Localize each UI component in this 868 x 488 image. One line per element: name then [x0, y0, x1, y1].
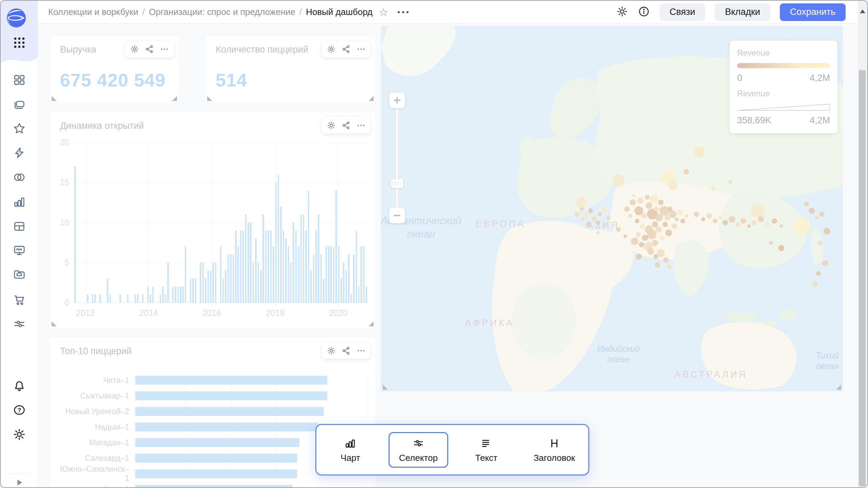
toolbar-item-chart[interactable]: Чарт — [320, 432, 380, 468]
cart-icon[interactable] — [13, 293, 26, 306]
help-icon[interactable]: ? — [13, 403, 26, 417]
map-zoom-out-button[interactable] — [389, 208, 405, 223]
favorite-star-icon[interactable]: ☆ — [379, 7, 389, 18]
widget-share-icon[interactable] — [341, 44, 351, 54]
linked-circles-icon[interactable] — [13, 170, 26, 184]
revenue-dot — [711, 186, 716, 191]
scrollbar-thumb[interactable] — [859, 70, 866, 486]
legend-color-gradient — [737, 63, 830, 68]
bar — [94, 294, 96, 303]
widget-more-icon[interactable] — [356, 346, 366, 355]
breadcrumb-collections[interactable]: Коллекции и воркбуки — [48, 7, 138, 17]
breadcrumb-workbook[interactable]: Организации: спрос и предложение — [149, 7, 295, 17]
map-zoom-in-button[interactable] — [389, 93, 405, 108]
folders-icon[interactable] — [13, 97, 26, 111]
bell-icon[interactable] — [13, 379, 26, 393]
heading-icon — [548, 437, 560, 449]
bar-chart-icon[interactable] — [13, 195, 26, 209]
widget-gear-icon[interactable] — [130, 44, 139, 54]
toolbar-item-selector[interactable]: Селектор — [389, 432, 448, 468]
resize-handle[interactable] — [369, 96, 374, 101]
resize-handle[interactable] — [207, 96, 212, 101]
datalens-logo[interactable] — [6, 8, 26, 28]
revenue-dot — [659, 206, 669, 216]
bar — [310, 270, 312, 303]
map-zoom-slider-track[interactable] — [396, 108, 398, 208]
bar — [99, 294, 101, 303]
scrollbar-up-arrow[interactable] — [860, 9, 865, 13]
map-zoom-slider-thumb[interactable] — [391, 179, 403, 188]
revenue-dot — [601, 206, 607, 212]
expand-play-icon[interactable] — [13, 476, 26, 488]
bar — [135, 294, 136, 303]
widget-share-icon[interactable] — [145, 44, 154, 54]
kpi-value: 514 — [216, 69, 247, 90]
legend-size-min: 358,69K — [737, 115, 771, 126]
resize-handle[interactable] — [52, 96, 57, 101]
resize-handle[interactable] — [52, 321, 57, 326]
sliders-icon[interactable] — [13, 317, 26, 331]
kpi-card-revenue[interactable]: Выручка 675 420 549 — [50, 36, 179, 103]
widget-more-icon[interactable] — [160, 44, 169, 54]
star-icon[interactable] — [13, 122, 26, 135]
tabs-button[interactable]: Вкладки — [715, 3, 770, 21]
sidebar-curve — [1, 52, 38, 68]
bar — [182, 287, 184, 303]
resize-handle[interactable] — [836, 385, 841, 390]
widget-more-icon[interactable] — [356, 121, 366, 130]
tiles-icon[interactable] — [13, 73, 26, 87]
widget-share-icon[interactable] — [341, 121, 351, 130]
relations-button[interactable]: Связи — [659, 3, 706, 21]
resize-handle[interactable] — [383, 385, 388, 390]
dynamics-bars — [74, 142, 367, 303]
revenue-dot — [669, 181, 678, 190]
bar — [275, 182, 277, 303]
bar — [288, 246, 290, 303]
revenue-dot — [630, 199, 636, 205]
bar — [147, 287, 149, 303]
widget-gear-icon[interactable] — [327, 44, 336, 54]
dashboard-settings-icon[interactable] — [616, 5, 628, 19]
widget-more-icon[interactable] — [356, 44, 366, 54]
save-button[interactable]: Сохранить — [780, 3, 846, 21]
toolbar-item-heading[interactable]: Заголовок — [525, 432, 584, 468]
kpi-value: 675 420 549 — [60, 69, 165, 90]
widget-toolbar — [322, 41, 371, 57]
resize-handle[interactable] — [369, 321, 374, 326]
bar — [220, 246, 222, 303]
dashboard-canvas: Выручка 675 420 549 Количество пиццерий … — [38, 24, 858, 487]
revenue-dot — [741, 218, 746, 224]
bar — [152, 287, 154, 303]
bar — [210, 270, 212, 303]
widget-gear-icon[interactable] — [327, 346, 336, 355]
monitor-chart-icon[interactable] — [13, 244, 26, 257]
resize-handle[interactable] — [172, 96, 177, 101]
breadcrumb-current: Новый дашборд — [306, 7, 372, 17]
x-axis-tick — [85, 303, 86, 306]
apps-grid-icon[interactable] — [12, 35, 27, 50]
bar — [308, 190, 310, 303]
info-icon[interactable] — [638, 5, 650, 19]
toolbar-item-text[interactable]: Текст — [456, 432, 516, 468]
page-scrollbar[interactable] — [858, 1, 867, 487]
settings-icon[interactable] — [13, 428, 26, 441]
map-label-asia: АЗИЯ — [587, 220, 620, 231]
map-widget[interactable]: Атлантический океан ЕВРОПА АЗИЯ АФРИКА И… — [381, 26, 843, 391]
table-icon[interactable] — [13, 220, 26, 233]
kpi-card-pizzerias[interactable]: Количество пиццерий 514 — [205, 36, 375, 103]
chart-dynamics[interactable]: Динамика открытий 20151050 2012201420162… — [50, 113, 375, 328]
widget-share-icon[interactable] — [341, 346, 351, 355]
widget-gear-icon[interactable] — [327, 121, 336, 130]
revenue-dot — [809, 208, 815, 214]
bar — [202, 263, 204, 303]
bar — [290, 263, 292, 303]
flash-icon[interactable] — [13, 146, 26, 160]
legend-color-max: 4,2M — [810, 73, 830, 83]
cloud-folder-icon[interactable] — [13, 268, 26, 281]
revenue-dot — [794, 217, 811, 235]
bar — [107, 279, 108, 303]
more-menu-icon[interactable] — [398, 11, 409, 13]
bar — [175, 287, 176, 303]
bar — [320, 255, 322, 303]
category-label: Сыктывкар–1 — [59, 391, 135, 401]
